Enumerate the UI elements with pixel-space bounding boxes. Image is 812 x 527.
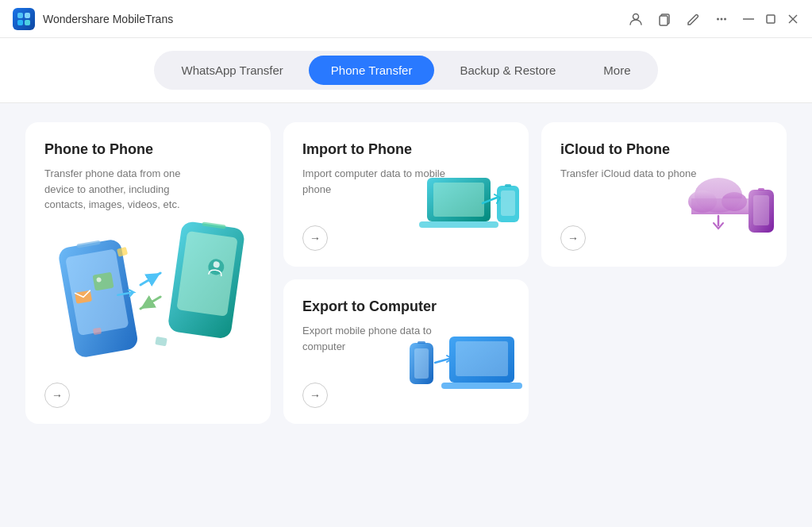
svg-point-9 xyxy=(724,17,726,20)
title-bar-right xyxy=(628,11,799,27)
card-import-to-phone[interactable]: Import to Phone Import computer data to … xyxy=(283,122,529,267)
duplicate-icon[interactable] xyxy=(656,11,672,27)
account-icon[interactable] xyxy=(628,11,644,27)
card-export-to-computer[interactable]: Export to Computer Export mobile phone d… xyxy=(283,279,529,424)
card-import-arrow[interactable]: → xyxy=(302,225,328,251)
window-controls xyxy=(742,13,799,25)
minimize-button[interactable] xyxy=(742,13,755,25)
app-title: Wondershare MobileTrans xyxy=(43,13,173,25)
tab-more[interactable]: More xyxy=(581,56,652,85)
card-phone-to-phone-title: Phone to Phone xyxy=(44,141,252,158)
maximize-button[interactable] xyxy=(764,13,777,25)
svg-rect-0 xyxy=(17,13,23,18)
svg-rect-18 xyxy=(92,272,114,291)
card-phone-to-phone[interactable]: Phone to Phone Transfer phone data from … xyxy=(25,122,271,424)
card-icloud-arrow[interactable]: → xyxy=(560,225,586,251)
svg-point-8 xyxy=(721,17,723,20)
close-button[interactable] xyxy=(787,13,799,25)
svg-rect-26 xyxy=(155,337,167,346)
card-icloud-title: iCloud to Phone xyxy=(560,141,768,158)
svg-rect-32 xyxy=(501,190,515,216)
svg-rect-2 xyxy=(17,20,23,25)
svg-rect-33 xyxy=(505,184,511,187)
svg-rect-29 xyxy=(433,183,484,217)
svg-rect-3 xyxy=(25,20,30,25)
svg-rect-41 xyxy=(758,188,764,190)
tab-backup[interactable]: Backup & Restore xyxy=(437,56,578,85)
svg-rect-6 xyxy=(660,16,668,25)
svg-rect-46 xyxy=(456,341,508,376)
svg-rect-27 xyxy=(93,328,102,335)
app-icon xyxy=(13,8,35,30)
cards-grid: Phone to Phone Transfer phone data from … xyxy=(25,122,787,424)
tab-whatsapp[interactable]: WhatsApp Transfer xyxy=(159,56,305,85)
card-import-title: Import to Phone xyxy=(302,141,510,158)
title-bar: Wondershare MobileTrans xyxy=(0,0,812,38)
card-phone-to-phone-arrow[interactable]: → xyxy=(44,383,70,408)
card-export-title: Export to Computer xyxy=(302,298,510,315)
svg-rect-43 xyxy=(414,348,429,379)
menu-icon[interactable] xyxy=(714,11,729,27)
nav-tabs: WhatsApp Transfer Phone Transfer Backup … xyxy=(154,51,657,90)
svg-rect-44 xyxy=(418,341,425,344)
svg-rect-40 xyxy=(753,195,769,225)
svg-rect-1 xyxy=(25,13,30,18)
svg-point-4 xyxy=(633,13,639,19)
svg-point-7 xyxy=(717,17,719,20)
edit-icon[interactable] xyxy=(685,11,701,27)
nav-bar: WhatsApp Transfer Phone Transfer Backup … xyxy=(0,38,812,103)
main-content: Phone to Phone Transfer phone data from … xyxy=(0,103,812,527)
svg-rect-11 xyxy=(767,15,775,23)
card-export-arrow[interactable]: → xyxy=(302,383,328,408)
tab-phone[interactable]: Phone Transfer xyxy=(309,56,435,85)
title-bar-left: Wondershare MobileTrans xyxy=(13,8,173,30)
card-icloud-to-phone[interactable]: iCloud to Phone Transfer iCloud data to … xyxy=(541,122,787,267)
svg-rect-47 xyxy=(441,383,522,389)
svg-rect-30 xyxy=(419,221,498,228)
